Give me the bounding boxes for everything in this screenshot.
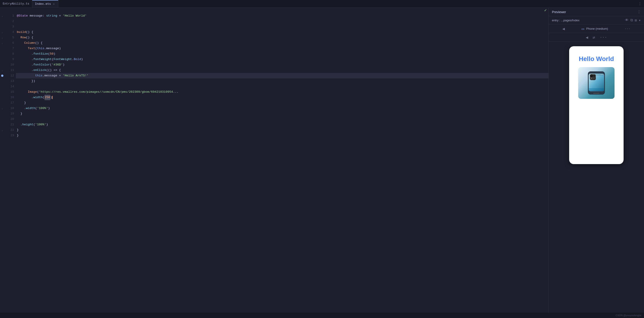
fold-icon[interactable]: ⌄	[2, 127, 3, 133]
code-line-blank	[16, 24, 548, 29]
code-line-blank	[16, 116, 548, 122]
svg-point-13	[601, 74, 602, 75]
fold-icon[interactable]: ⌄	[2, 67, 3, 73]
gutter-icon-row	[0, 89, 4, 95]
line-number: 21	[10, 122, 14, 127]
line-number: 9	[12, 57, 14, 62]
tab-index[interactable]: Index.ets ✕	[32, 0, 58, 7]
code-plain: () {	[26, 29, 33, 35]
gutter-icon-row	[0, 84, 4, 89]
code-type: string	[46, 13, 58, 18]
gutter-icon-row	[0, 73, 4, 78]
phone-icon: ▭	[582, 27, 584, 30]
line-number: 10	[10, 62, 14, 67]
svg-rect-12	[589, 74, 604, 76]
code-line-21: .height ( '100%' )	[16, 122, 548, 127]
code-line-6: Column () {	[16, 40, 548, 46]
code-plain	[17, 35, 20, 40]
code-line-12: this .message = 'Hello ArkTS!'	[16, 73, 548, 78]
code-plain: }	[17, 111, 22, 116]
gutter-icon-row: ⌄	[0, 127, 4, 133]
code-plain	[17, 67, 32, 73]
fold-icon[interactable]: ⌄	[2, 106, 3, 111]
code-plain	[17, 46, 28, 51]
code-fn: Row	[20, 35, 26, 40]
phone-image-placeholder	[578, 67, 614, 99]
gutter-icon-row	[0, 24, 4, 29]
tab-entryability-label: EntryAbility.ts	[3, 2, 29, 5]
previewer-header: Previewer ⋮	[549, 8, 644, 16]
rotate-control-button[interactable]: ⇄	[593, 35, 595, 40]
more-control-button[interactable]: ···	[600, 35, 607, 40]
code-kw: this	[37, 46, 44, 51]
code-ellipsis: ...	[173, 89, 178, 95]
gutter-icon-row	[0, 100, 4, 106]
code-plain: (	[42, 95, 44, 100]
code-plain: .	[72, 57, 74, 62]
code-plain: )	[50, 95, 52, 100]
line-number: 19	[10, 111, 14, 116]
code-plain	[17, 62, 32, 67]
fold-icon[interactable]: ⌄	[2, 40, 3, 46]
gutter-icon-row	[0, 116, 4, 122]
code-plain: (	[48, 51, 50, 57]
code-fn: Column	[24, 40, 35, 46]
previewer-controls: ◀ ⇄ ···	[549, 33, 644, 42]
breakpoint-indicator	[1, 75, 4, 77]
code-string: '100%'	[35, 122, 46, 127]
gutter-icon-row: ⌄	[0, 13, 4, 18]
gutter-icon-row	[0, 95, 4, 100]
fold-icon[interactable]: ⌄	[2, 29, 3, 35]
line-number: 23	[10, 133, 14, 138]
code-plain	[17, 40, 24, 46]
fold-icon[interactable]: ⌄	[2, 13, 3, 18]
line-number: 5	[12, 35, 14, 40]
code-plain	[17, 95, 32, 100]
code-plain	[17, 106, 24, 111]
tab-entryability[interactable]: EntryAbility.ts	[0, 0, 32, 7]
phone-frame: Hello World	[569, 46, 624, 164]
back-control-button[interactable]: ◀	[586, 35, 588, 40]
tab-menu-button[interactable]: ⋮	[636, 1, 644, 6]
code-line-blank	[16, 8, 548, 13]
grid-icon[interactable]: ⊞	[635, 18, 637, 23]
code-method: .onClick	[32, 67, 46, 73]
line-number: 3	[12, 24, 14, 29]
previewer-device-bar: ◀ ▭ Phone (medium) ···	[549, 24, 644, 33]
tab-index-close[interactable]: ✕	[52, 2, 55, 6]
eye-icon[interactable]: 👁	[625, 18, 628, 22]
code-plain: (	[37, 89, 39, 95]
code-plain: )	[46, 122, 48, 127]
gutter-icon-row: ⌄	[0, 29, 4, 35]
line-number: 16	[10, 95, 14, 100]
code-line-blank	[16, 18, 548, 24]
code-content[interactable]: ✓ @State message: string = 'Hello World'…	[16, 8, 548, 313]
phone-preview-area: Hello World	[549, 42, 644, 313]
previewer-title: Previewer	[552, 10, 566, 14]
gutter-icons: ⌄ ⌄ ⌄ ⌄ ⌄	[0, 8, 4, 313]
line-number: 18	[10, 106, 14, 111]
code-string: '#36D'	[52, 62, 63, 67]
line-number: 2	[12, 18, 14, 24]
code-prop: Bold	[74, 57, 81, 62]
layers-icon[interactable]: ⧉	[630, 18, 633, 22]
gutter-icon-row: ⌄	[0, 106, 4, 111]
code-plain: (	[50, 62, 52, 67]
previewer-menu-icon[interactable]: ⋮	[637, 10, 641, 14]
chevron-down-icon[interactable]: ▾	[638, 18, 641, 23]
code-string: '100%'	[37, 106, 48, 111]
code-plain: (() => {	[46, 67, 61, 73]
code-num: 50	[50, 51, 54, 57]
fold-icon[interactable]: ⌄	[2, 35, 3, 40]
device-back-button[interactable]: ◀	[562, 26, 565, 31]
code-plain	[17, 122, 20, 127]
code-method: .width	[32, 95, 43, 100]
code-method: .fontSize	[32, 51, 48, 57]
code-method: .fontWeight	[32, 57, 52, 62]
phone-hello-world-text: Hello World	[579, 55, 614, 62]
code-line-16: .width ( 250 )	[16, 95, 548, 100]
device-more-button[interactable]: ···	[625, 27, 630, 30]
code-line-5: Row () {	[16, 35, 548, 40]
line-number: 11	[10, 67, 14, 73]
code-plain: (	[33, 122, 35, 127]
